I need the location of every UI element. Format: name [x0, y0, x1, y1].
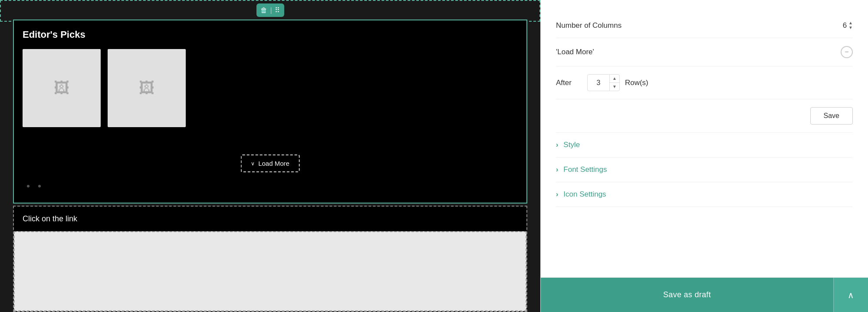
rows-label: Row(s) — [625, 79, 648, 87]
icon-chevron-icon: › — [556, 190, 558, 198]
after-value-input[interactable] — [588, 76, 609, 89]
icon-settings-accordion[interactable]: › Icon Settings — [556, 182, 853, 207]
columns-arrows[interactable]: ▲ ▼ — [848, 21, 853, 30]
click-link-header: Click on the link — [14, 207, 526, 231]
after-down-icon[interactable]: ▼ — [610, 83, 619, 91]
style-chevron-icon: › — [556, 141, 558, 149]
click-link-block: Click on the link — [13, 206, 527, 312]
dot-2 — [38, 185, 41, 187]
load-more-label: Load More — [258, 160, 289, 167]
font-settings-label: Font Settings — [563, 165, 607, 174]
load-more-button[interactable]: ∨ Load More — [240, 154, 300, 172]
arrow-down-icon[interactable]: ▼ — [848, 26, 853, 30]
image-placeholder-icon-1: 🖼 — [54, 79, 69, 97]
font-settings-accordion[interactable]: › Font Settings — [556, 158, 853, 182]
right-panel: Number of Columns 6 ▲ ▼ 'Load More' − Af… — [540, 0, 868, 312]
bottom-bar: Save as draft ∧ — [541, 277, 868, 312]
style-accordion[interactable]: › Style — [556, 133, 853, 158]
after-row: After ▲ ▼ Row(s) — [556, 66, 853, 99]
save-area: Save — [556, 99, 853, 133]
editors-picks-title: Editor's Picks — [23, 29, 518, 40]
font-chevron-icon: › — [556, 166, 558, 174]
pick-card-2: 🖼 — [108, 49, 186, 127]
columns-setting-row: Number of Columns 6 ▲ ▼ — [556, 13, 853, 38]
columns-spinner[interactable]: 6 ▲ ▼ — [843, 21, 853, 30]
chevron-down-icon: ∨ — [251, 161, 255, 167]
editors-picks-block: Editor's Picks 🖼 🖼 ∨ Load More — [13, 20, 527, 204]
minus-icon: − — [845, 48, 848, 56]
after-label: After — [556, 79, 582, 87]
after-up-icon[interactable]: ▲ — [610, 75, 619, 83]
pick-card-1: 🖼 — [23, 49, 101, 127]
icon-settings-label: Icon Settings — [563, 190, 606, 199]
columns-label: Number of Columns — [556, 21, 621, 30]
canvas-area: 🗑 | ⠿ Editor's Picks 🖼 🖼 ∨ Load More — [0, 0, 540, 312]
load-more-container: ∨ Load More — [240, 154, 300, 172]
arrow-up-icon[interactable]: ▲ — [848, 21, 853, 25]
delete-icon[interactable]: 🗑 — [260, 7, 267, 14]
picks-grid: 🖼 🖼 — [23, 49, 518, 127]
load-more-setting-row: 'Load More' − — [556, 38, 853, 66]
save-button[interactable]: Save — [810, 107, 853, 125]
dot-indicators — [27, 185, 41, 187]
drag-icon[interactable]: ⠿ — [275, 6, 280, 14]
dot-1 — [27, 185, 30, 187]
expand-button[interactable]: ∧ — [833, 278, 868, 312]
expand-icon: ∧ — [848, 290, 854, 300]
save-as-draft-button[interactable]: Save as draft — [541, 278, 833, 312]
click-link-text: Click on the link — [23, 214, 77, 223]
image-placeholder-icon-2: 🖼 — [139, 79, 155, 97]
collapse-button[interactable]: − — [841, 46, 853, 58]
click-link-body — [14, 231, 526, 311]
floating-toolbar: 🗑 | ⠿ — [256, 3, 284, 17]
columns-value: 6 — [843, 21, 847, 30]
after-spinners[interactable]: ▲ ▼ — [609, 75, 619, 91]
style-label: Style — [563, 141, 580, 149]
panel-content: Number of Columns 6 ▲ ▼ 'Load More' − Af… — [541, 0, 868, 277]
load-more-setting-label: 'Load More' — [556, 48, 594, 56]
after-input-group[interactable]: ▲ ▼ — [587, 74, 620, 91]
